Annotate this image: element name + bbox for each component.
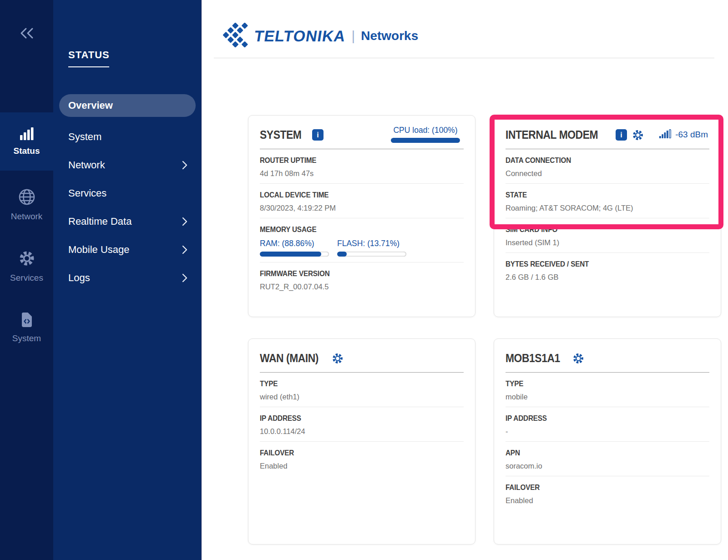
signal-dbm-value: -63 dBm <box>675 130 708 140</box>
menu-item-label: Logs <box>68 272 90 284</box>
icon-rail: Status Network Services <box>0 0 53 560</box>
menu-item-logs[interactable]: Logs <box>59 271 196 285</box>
collapse-sidebar-button[interactable] <box>0 24 53 45</box>
menu-item-label: Network <box>68 159 105 171</box>
globe-icon <box>18 188 35 207</box>
sidebar-item-network[interactable]: Network <box>0 183 53 227</box>
teltonika-admin-page: Status Network Services <box>0 0 728 560</box>
chevron-right-icon <box>182 217 187 226</box>
main-content: TELTONIKA | Networks CPU load: (100%) SY… <box>202 0 728 560</box>
menu-item-mobile-usage[interactable]: Mobile Usage <box>59 243 196 257</box>
menu-section-title: STATUS <box>68 49 110 61</box>
brand-wordmark: TELTONIKA <box>253 27 347 45</box>
info-icon[interactable]: i <box>312 129 324 141</box>
menu-item-label: Overview <box>68 100 113 111</box>
flash-usage-bar-fill <box>337 252 347 257</box>
card-title: WAN (MAIN) <box>260 351 318 365</box>
wan-settings-gear-icon[interactable] <box>332 353 344 364</box>
field-value: soracom.io <box>506 462 709 470</box>
menu-item-label: Services <box>68 187 106 199</box>
sidebar-item-label: Network <box>11 212 43 222</box>
status-menu: Overview System Network Services Realtim… <box>53 94 202 299</box>
sidebar-item-label: System <box>12 333 41 343</box>
chevron-right-icon <box>182 161 187 170</box>
chevron-right-icon <box>182 273 187 283</box>
cpu-load-bar-fill <box>391 138 460 143</box>
flash-usage-label: FLASH: (13.71%) <box>337 239 399 248</box>
field-value: 8/30/2023, 4:19:22 PM <box>260 204 464 212</box>
field-label: FAILOVER <box>260 449 443 458</box>
ram-usage-label: RAM: (88.86%) <box>260 239 314 248</box>
field-value: Enabled <box>260 462 464 470</box>
brand-separator: | <box>351 28 355 44</box>
chevron-right-icon <box>182 245 187 254</box>
signal-bars-icon <box>20 127 34 142</box>
menu-item-overview[interactable]: Overview <box>59 94 196 117</box>
cpu-load-label: CPU load: (100%) <box>393 126 457 135</box>
field-local-device-time: LOCAL DEVICE TIME 8/30/2023, 4:19:22 PM <box>260 184 464 218</box>
system-card: CPU load: (100%) SYSTEM i ROUTER UPTIME … <box>248 115 475 317</box>
field-ip-address: IP ADDRESS 10.0.0.114/24 <box>260 407 464 442</box>
sim-card-icon <box>20 312 34 329</box>
menu-item-network[interactable]: Network <box>59 158 196 172</box>
teltonika-logo-icon <box>223 23 248 49</box>
field-label: STATE <box>506 191 689 200</box>
field-label: LOCAL DEVICE TIME <box>260 191 443 200</box>
menu-item-system[interactable]: System <box>59 130 196 144</box>
header-divider <box>214 58 714 58</box>
sidebar-item-label: Status <box>13 146 40 156</box>
sidebar-item-label: Services <box>10 273 43 283</box>
field-type: TYPE mobile <box>506 373 709 407</box>
field-label: IP ADDRESS <box>506 414 689 423</box>
sidebar-item-services[interactable]: Services <box>0 244 53 288</box>
menu-item-label: System <box>68 131 101 143</box>
sidebar-item-system[interactable]: System <box>0 306 53 349</box>
ram-usage-bar <box>260 252 329 257</box>
ram-usage-bar-fill <box>260 252 321 257</box>
field-label: SIM CARD INFO <box>506 225 689 234</box>
field-value: 2.6 GB / 1.6 GB <box>506 273 709 282</box>
field-value: Connected <box>506 169 709 178</box>
field-value: - <box>506 427 709 436</box>
cpu-load-widget[interactable]: CPU load: (100%) <box>389 126 462 143</box>
card-title: INTERNAL MODEM <box>506 128 598 142</box>
field-router-uptime: ROUTER UPTIME 4d 17h 08m 47s <box>260 149 464 184</box>
signal-strength-widget[interactable]: -63 dBm <box>659 129 708 140</box>
field-data-connection: DATA CONNECTION Connected <box>506 149 709 184</box>
field-value: Inserted (SIM 1) <box>506 238 709 247</box>
menu-item-label: Mobile Usage <box>68 244 130 256</box>
field-label: TYPE <box>506 379 689 388</box>
card-title: SYSTEM <box>260 128 301 142</box>
field-value: Roaming; AT&T SORACOM; 4G (LTE) <box>506 204 709 212</box>
ram-usage-widget[interactable]: RAM: (88.86%) <box>260 239 329 257</box>
menu-item-label: Realtime Data <box>68 216 131 227</box>
field-value: 10.0.0.114/24 <box>260 427 464 436</box>
flash-usage-widget[interactable]: FLASH: (13.71%) <box>337 239 406 257</box>
info-icon[interactable]: i <box>616 129 627 141</box>
card-title: MOB1S1A1 <box>506 351 560 365</box>
signal-strength-icon <box>659 129 672 140</box>
menu-item-services[interactable]: Services <box>59 187 196 200</box>
modem-settings-gear-icon[interactable] <box>632 129 644 141</box>
field-memory-usage: MEMORY USAGE RAM: (88.86%) FLASH: (13.71… <box>260 218 464 262</box>
menu-item-realtime-data[interactable]: Realtime Data <box>59 215 196 228</box>
field-type: TYPE wired (eth1) <box>260 373 464 407</box>
field-label: BYTES RECEIVED / SENT <box>506 260 689 269</box>
field-label: APN <box>506 449 689 458</box>
field-value: mobile <box>506 393 709 401</box>
field-apn: APN soracom.io <box>506 442 709 476</box>
field-label: ROUTER UPTIME <box>260 156 443 165</box>
sidebar-item-status[interactable]: Status <box>0 112 53 171</box>
field-label: IP ADDRESS <box>260 414 443 423</box>
field-sim-card-info: SIM CARD INFO Inserted (SIM 1) <box>506 218 709 253</box>
mob1s1a1-card: MOB1S1A1 TYPE mobile <box>494 338 721 545</box>
wan-main-card: WAN (MAIN) TYPE wired (eth1) <box>248 338 475 545</box>
chevrons-left-icon <box>19 27 35 41</box>
gear-icon <box>18 250 35 269</box>
cpu-load-bar <box>391 138 460 143</box>
mob-settings-gear-icon[interactable] <box>572 353 584 364</box>
menu-title-underline <box>68 66 109 67</box>
brand-header: TELTONIKA | Networks <box>223 23 418 49</box>
field-ip-address: IP ADDRESS - <box>506 407 709 442</box>
field-label: TYPE <box>260 379 443 388</box>
